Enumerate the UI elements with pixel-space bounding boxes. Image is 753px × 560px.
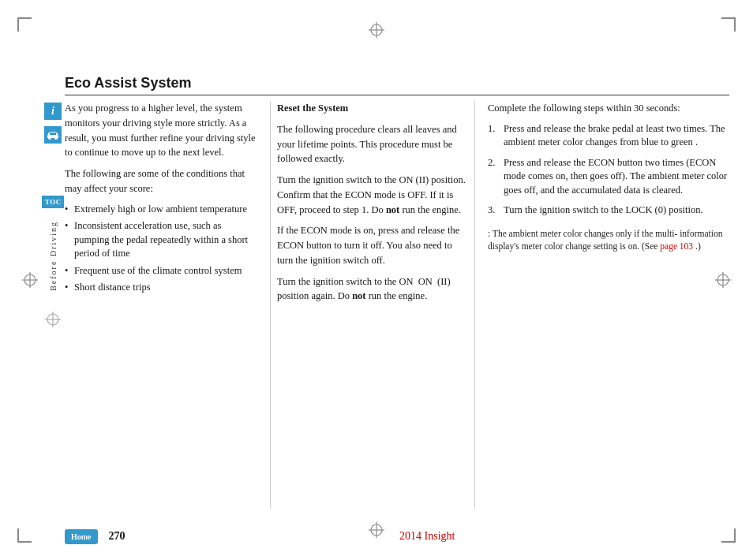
info-icon: i [44, 103, 62, 120]
section-label: Before Driving [49, 221, 58, 291]
page-number: 270 [109, 530, 126, 543]
page-title: Eco Assist System [65, 75, 191, 91]
col-middle: Reset the System The following procedure… [270, 101, 475, 509]
list-item: Extremely high or low ambient temperatur… [65, 203, 257, 217]
col-left-conditions-intro: The following are some of the conditions… [65, 166, 257, 196]
step-item-1: 1. Press and release the brake pedal at … [488, 122, 729, 150]
corner-mark-tr [721, 17, 736, 32]
list-item: Frequent use of the climate control syst… [65, 264, 257, 278]
corner-mark-tl [17, 17, 32, 32]
step-num-2: 2. [488, 156, 500, 198]
steps-list: 1. Press and release the brake pedal at … [488, 122, 729, 218]
step-item-3: 3. Turn the ignition switch to the LOCK … [488, 203, 729, 218]
page-title-area: Eco Assist System [65, 75, 729, 95]
col-middle-para3: If the ECON mode is on, press and releas… [277, 223, 468, 267]
footer: Home 270 2014 Insight [0, 513, 753, 560]
not-bold-2: not [352, 290, 365, 301]
note-box: : The ambient meter color changes only i… [488, 227, 729, 252]
col-middle-para1: The following procedure clears all leave… [277, 122, 468, 166]
car-icon [44, 126, 62, 144]
col-left-intro: As you progress to a higher level, the s… [65, 101, 257, 160]
step-num-3: 3. [488, 203, 500, 218]
note-end: .) [695, 241, 701, 251]
col-left: As you progress to a higher level, the s… [65, 101, 270, 509]
reg-mark-left [22, 272, 38, 288]
footer-title: 2014 Insight [126, 530, 729, 543]
step-num-1: 1. [488, 122, 500, 150]
reg-mark-top [369, 22, 384, 38]
content-area: As you progress to a higher level, the s… [65, 101, 729, 509]
step-text-2: Press and release the ECON button two ti… [504, 156, 729, 198]
sidebar-crosshair [45, 312, 61, 330]
step-item-2: 2. Press and release the ECON button two… [488, 156, 729, 198]
list-item: Inconsistent acceleration use, such as p… [65, 219, 257, 261]
list-item: Short distance trips [65, 281, 257, 295]
not-bold-1: not [386, 204, 399, 215]
col-right-intro: Complete the following steps within 30 s… [488, 101, 729, 116]
col-right: Complete the following steps within 30 s… [475, 101, 729, 509]
svg-point-12 [48, 136, 51, 140]
col-middle-para4: Turn the ignition switch to the ON ON (I… [277, 274, 468, 304]
note-page-link[interactable]: page 103 [660, 241, 693, 251]
toc-badge[interactable]: TOC [42, 196, 64, 208]
bullet-list: Extremely high or low ambient temperatur… [65, 203, 257, 295]
svg-rect-14 [50, 133, 56, 135]
step-text-1: Press and release the brake pedal at lea… [504, 122, 729, 150]
col-middle-para2: Turn the ignition switch to the ON (II) … [277, 173, 468, 217]
step-text-3: Turn the ignition switch to the LOCK (0)… [504, 203, 729, 218]
reset-title: Reset the System [277, 101, 468, 116]
home-badge[interactable]: Home [65, 529, 98, 544]
sidebar: i TOC Before Driving [43, 103, 62, 513]
svg-point-13 [54, 136, 58, 140]
